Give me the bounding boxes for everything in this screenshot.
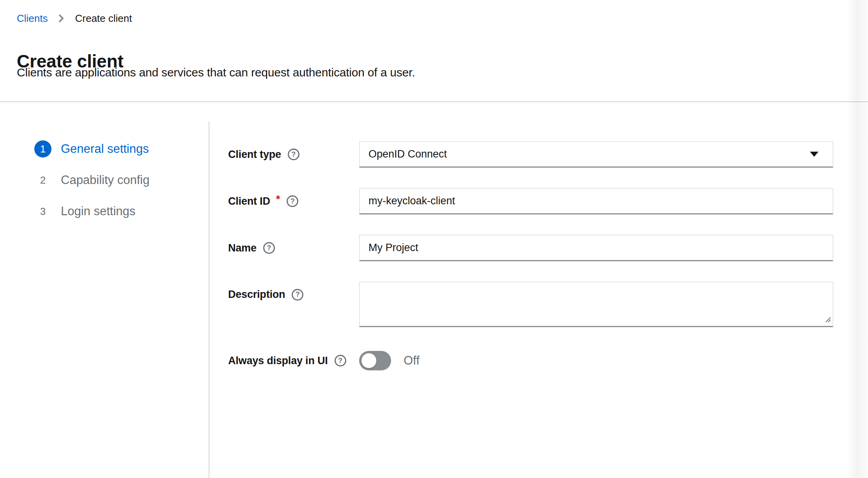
name-label: Name: [228, 242, 257, 254]
step-label: Login settings: [61, 204, 135, 218]
client-type-control: OpenID Connect: [359, 141, 833, 168]
client-id-control: [359, 188, 833, 214]
help-icon[interactable]: ?: [335, 355, 346, 366]
client-id-label: Client ID: [228, 195, 270, 207]
form-row-name: Name ?: [228, 235, 833, 261]
description-control: [359, 281, 833, 327]
form-row-client-id: Client ID * ?: [228, 188, 833, 214]
caret-down-icon: [810, 152, 818, 157]
step-label: General settings: [61, 142, 149, 156]
wizard-step-capability-config[interactable]: 2 Capability config: [0, 172, 209, 189]
breadcrumb: Clients Create client: [17, 12, 132, 25]
toggle-state-label: Off: [404, 354, 420, 368]
page-subtitle: Clients are applications and services th…: [17, 66, 415, 79]
description-label-group: Description ?: [228, 281, 359, 301]
name-control: [359, 235, 833, 261]
name-label-group: Name ?: [228, 242, 359, 254]
always-display-label: Always display in UI: [228, 355, 328, 367]
always-display-toggle[interactable]: [359, 351, 391, 370]
breadcrumb-link-clients[interactable]: Clients: [17, 12, 48, 25]
description-label: Description: [228, 289, 285, 301]
wizard-step-general-settings[interactable]: 1 General settings: [0, 140, 209, 158]
form-row-client-type: Client type ? OpenID Connect: [228, 141, 833, 168]
step-number-badge: 3: [34, 203, 51, 220]
client-id-label-group: Client ID * ?: [228, 195, 359, 207]
required-asterisk: *: [276, 193, 280, 205]
form-row-description: Description ?: [228, 281, 833, 327]
create-client-form: Client type ? OpenID Connect Client ID *…: [228, 141, 833, 394]
help-icon[interactable]: ?: [288, 149, 299, 160]
toggle-knob: [361, 353, 376, 368]
chevron-right-icon: [58, 13, 65, 23]
header-divider: [0, 101, 868, 102]
client-id-input[interactable]: [359, 188, 833, 214]
page-edge-shadow: [846, 0, 868, 478]
description-textarea[interactable]: [359, 281, 833, 327]
step-number-badge: 1: [34, 140, 51, 158]
client-type-select[interactable]: OpenID Connect: [359, 141, 833, 168]
wizard-nav: 1 General settings 2 Capability config 3…: [0, 122, 209, 478]
name-input[interactable]: [359, 235, 833, 261]
help-icon[interactable]: ?: [292, 289, 303, 301]
always-display-switch-group: Off: [359, 347, 833, 374]
form-row-always-display: Always display in UI ? Off: [228, 347, 833, 374]
client-type-label: Client type: [228, 149, 281, 161]
always-display-label-group: Always display in UI ?: [228, 355, 359, 367]
help-icon[interactable]: ?: [287, 195, 298, 207]
client-type-selected-value: OpenID Connect: [368, 148, 447, 160]
always-display-control: Off: [359, 347, 833, 374]
help-icon[interactable]: ?: [263, 242, 275, 254]
step-number-badge: 2: [34, 172, 51, 189]
step-label: Capability config: [61, 173, 149, 187]
client-type-label-group: Client type ?: [228, 149, 359, 161]
breadcrumb-current: Create client: [75, 12, 132, 25]
wizard-step-login-settings[interactable]: 3 Login settings: [0, 203, 209, 220]
